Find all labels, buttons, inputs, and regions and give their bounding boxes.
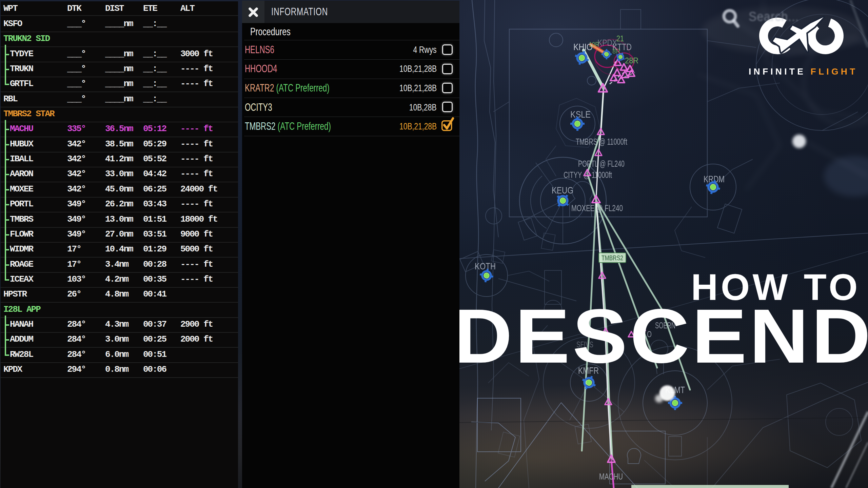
svg-text:21: 21 — [616, 34, 624, 43]
svg-text:10R: 10R — [589, 41, 599, 48]
svg-text:KSLE: KSLE — [570, 109, 591, 120]
svg-text:MOXEE @ FL240: MOXEE @ FL240 — [571, 203, 623, 213]
svg-text:KOTH: KOTH — [475, 261, 496, 271]
svg-text:KEUG: KEUG — [552, 185, 573, 196]
svg-text:PORTL @ FL240: PORTL @ FL240 — [578, 159, 625, 169]
svg-text:TMBRS @ 11000ft: TMBRS @ 11000ft — [576, 137, 628, 147]
svg-text:28R: 28R — [625, 56, 638, 65]
svg-text:MACHU: MACHU — [599, 471, 623, 482]
svg-text:TMBRS2: TMBRS2 — [601, 254, 623, 262]
